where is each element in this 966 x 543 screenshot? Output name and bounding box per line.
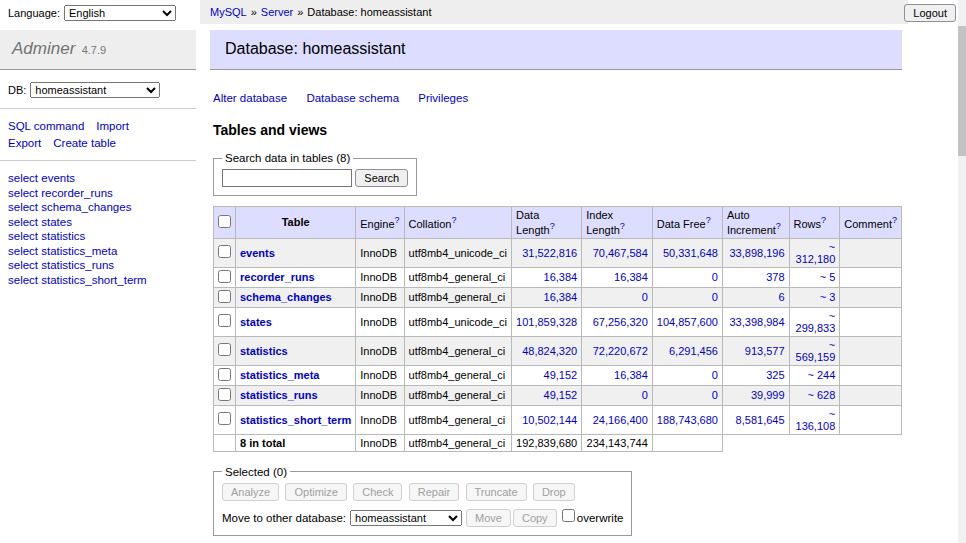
logout-button[interactable]: Logout: [904, 4, 956, 22]
help-icon[interactable]: ?: [821, 215, 826, 225]
overwrite-checkbox[interactable]: [562, 509, 575, 522]
help-icon[interactable]: ?: [706, 215, 711, 225]
database-schema-link[interactable]: Database schema: [306, 92, 399, 104]
rows-count-link[interactable]: ~ 5: [820, 271, 836, 283]
vertical-scrollbar[interactable]: [958, 0, 966, 543]
table-name-link[interactable]: statistics: [240, 345, 288, 357]
row-checkbox[interactable]: [218, 388, 231, 401]
data-free-link[interactable]: 50,331,648: [663, 247, 718, 259]
data-length-link[interactable]: 16,384: [544, 291, 578, 303]
rows-count-link[interactable]: ~ 136,108: [796, 408, 836, 432]
help-icon[interactable]: ?: [620, 221, 625, 231]
data-length-link[interactable]: 16,384: [544, 271, 578, 283]
sidebar-item-select-statistics-runs[interactable]: select statistics_runs: [8, 259, 188, 271]
sidebar-item-select-statistics-short-term[interactable]: select statistics_short_term: [8, 274, 188, 286]
sidebar-item-select-statistics-meta[interactable]: select statistics_meta: [8, 245, 188, 257]
scrollbar-thumb[interactable]: [958, 26, 966, 156]
rows-count-link[interactable]: ~ 3: [820, 291, 836, 303]
rows-count-link[interactable]: ~ 569,159: [796, 339, 836, 363]
language-select[interactable]: English: [64, 5, 176, 21]
index-length-link[interactable]: 24,166,400: [593, 414, 648, 426]
help-icon[interactable]: ?: [451, 215, 456, 225]
db-select[interactable]: homeassistant: [30, 82, 160, 98]
rows-count-link[interactable]: ~ 312,180: [796, 241, 836, 265]
rows-count-link[interactable]: ~ 244: [807, 369, 835, 381]
index-length-link[interactable]: 0: [642, 389, 648, 401]
rows-count-link[interactable]: ~ 628: [807, 389, 835, 401]
auto-increment-link[interactable]: 39,999: [751, 389, 785, 401]
index-length-link[interactable]: 67,256,320: [593, 316, 648, 328]
data-length-link[interactable]: 49,152: [544, 389, 578, 401]
auto-increment-link[interactable]: 6: [778, 291, 784, 303]
data-free-link[interactable]: 104,857,600: [657, 316, 718, 328]
move-db-select[interactable]: homeassistant: [350, 510, 462, 526]
auto-increment-link[interactable]: 325: [766, 369, 784, 381]
auto-increment-link[interactable]: 8,581,645: [736, 414, 785, 426]
table-name-link[interactable]: statistics_runs: [240, 389, 318, 401]
index-length-link[interactable]: 72,220,672: [593, 345, 648, 357]
table-name-link[interactable]: recorder_runs: [240, 271, 315, 283]
analyze-button[interactable]: Analyze: [222, 483, 279, 501]
search-button[interactable]: Search: [355, 169, 408, 187]
row-checkbox[interactable]: [218, 343, 231, 356]
move-button[interactable]: Move: [466, 509, 511, 527]
data-free-link[interactable]: 188,743,680: [657, 414, 718, 426]
data-length-link[interactable]: 10,502,144: [522, 414, 577, 426]
select-all-checkbox[interactable]: [218, 215, 231, 228]
sidebar-item-select-events[interactable]: select events: [8, 172, 188, 184]
data-length-link[interactable]: 31,522,816: [522, 247, 577, 259]
data-length-link[interactable]: 48,824,320: [522, 345, 577, 357]
search-input[interactable]: [222, 169, 352, 187]
alter-database-link[interactable]: Alter database: [213, 92, 287, 104]
index-length-link[interactable]: 16,384: [614, 369, 648, 381]
row-checkbox[interactable]: [218, 270, 231, 283]
help-icon[interactable]: ?: [776, 221, 781, 231]
export-link[interactable]: Export: [8, 137, 41, 149]
auto-increment-link[interactable]: 33,898,196: [729, 247, 784, 259]
data-free-link[interactable]: 0: [712, 271, 718, 283]
table-name-link[interactable]: schema_changes: [240, 291, 332, 303]
check-button[interactable]: Check: [353, 483, 402, 501]
data-length-link[interactable]: 49,152: [544, 369, 578, 381]
sql-command-link[interactable]: SQL command: [8, 120, 84, 132]
table-name-link[interactable]: statistics_short_term: [240, 414, 351, 426]
row-checkbox[interactable]: [218, 368, 231, 381]
copy-button[interactable]: Copy: [513, 509, 557, 527]
breadcrumb-mysql-link[interactable]: MySQL: [210, 6, 247, 18]
table-name-link[interactable]: states: [240, 316, 272, 328]
index-length-link[interactable]: 16,384: [614, 271, 648, 283]
sidebar-item-select-schema-changes[interactable]: select schema_changes: [8, 201, 188, 213]
index-length-link[interactable]: 0: [642, 291, 648, 303]
table-name-link[interactable]: events: [240, 247, 275, 259]
row-checkbox[interactable]: [218, 412, 231, 425]
rows-count-link[interactable]: ~ 299,833: [796, 310, 836, 334]
help-icon[interactable]: ?: [550, 221, 555, 231]
data-length-link[interactable]: 101,859,328: [516, 316, 577, 328]
row-checkbox[interactable]: [218, 245, 231, 258]
index-length-link[interactable]: 70,467,584: [593, 247, 648, 259]
help-icon[interactable]: ?: [892, 215, 897, 225]
auto-increment-link[interactable]: 378: [766, 271, 784, 283]
overwrite-label[interactable]: overwrite: [577, 512, 624, 524]
row-checkbox[interactable]: [218, 314, 231, 327]
data-free-link[interactable]: 0: [712, 389, 718, 401]
sidebar-item-select-states[interactable]: select states: [8, 216, 188, 228]
import-link[interactable]: Import: [96, 120, 129, 132]
optimize-button[interactable]: Optimize: [285, 483, 346, 501]
sidebar-item-select-statistics[interactable]: select statistics: [8, 230, 188, 242]
auto-increment-link[interactable]: 913,577: [745, 345, 785, 357]
row-checkbox[interactable]: [218, 290, 231, 303]
auto-increment-link[interactable]: 33,398,984: [729, 316, 784, 328]
repair-button[interactable]: Repair: [409, 483, 459, 501]
breadcrumb-server-link[interactable]: Server: [261, 6, 293, 18]
sidebar-item-select-recorder-runs[interactable]: select recorder_runs: [8, 187, 188, 199]
truncate-button[interactable]: Truncate: [466, 483, 527, 501]
privileges-link[interactable]: Privileges: [418, 92, 468, 104]
table-name-link[interactable]: statistics_meta: [240, 369, 320, 381]
drop-button[interactable]: Drop: [533, 483, 575, 501]
help-icon[interactable]: ?: [395, 215, 400, 225]
data-free-link[interactable]: 0: [712, 291, 718, 303]
data-free-link[interactable]: 6,291,456: [669, 345, 718, 357]
data-free-link[interactable]: 0: [712, 369, 718, 381]
create-table-link-sidebar[interactable]: Create table: [53, 137, 116, 149]
